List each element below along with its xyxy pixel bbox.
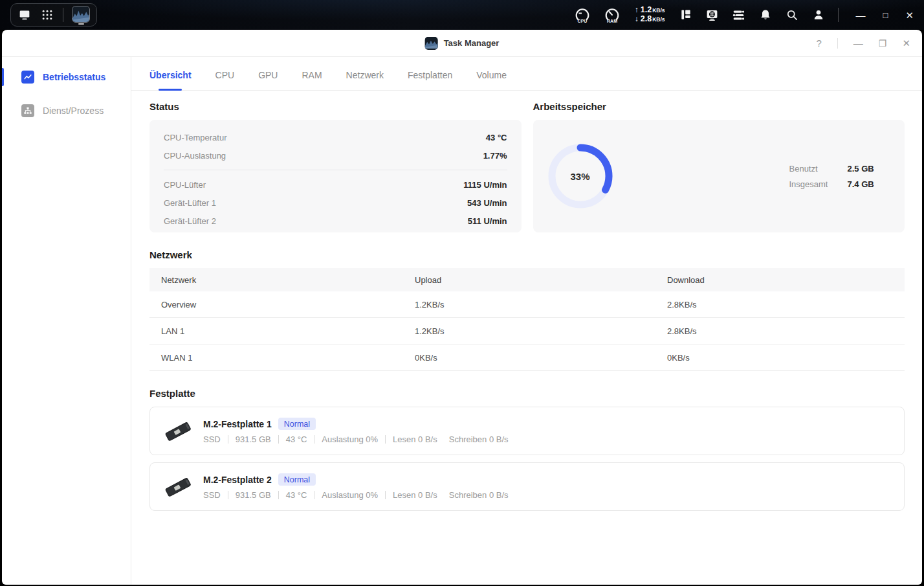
disk-card-1[interactable]: M.2-Festplatte 1 Normal SSD 931.5 GB 43 … [149, 407, 905, 455]
disk-size: 931.5 GB [236, 490, 271, 500]
taskbar-divider [63, 8, 63, 22]
disk-read: Lesen 0 B/s [393, 490, 437, 500]
user-icon[interactable] [811, 8, 826, 22]
tab-cpu[interactable]: CPU [215, 70, 235, 90]
memory-card: 33% Benutzt 2.5 GB Insgesamt 7.4 GB [533, 120, 905, 232]
process-tree-icon [21, 104, 34, 117]
network-name: WLAN 1 [149, 353, 415, 363]
table-row-wlan1[interactable]: WLAN 1 0KB/s 0KB/s [149, 344, 905, 371]
status-row-cpu-usage: CPU-Auslastung 1.77% [164, 146, 507, 164]
window-close-button[interactable]: ✕ [902, 38, 910, 48]
stat-value: 1.77% [483, 151, 507, 161]
upload-speed-unit: KB/s [652, 6, 665, 15]
disk-type: SSD [203, 434, 221, 444]
disk-read: Lesen 0 B/s [393, 434, 437, 444]
stat-value: 543 U/min [467, 198, 507, 208]
help-button[interactable]: ? [817, 38, 822, 48]
ssd-icon [160, 417, 195, 445]
tab-netzwerk[interactable]: Netzwerk [346, 70, 384, 90]
desktop-maximize-button[interactable]: □ [883, 11, 888, 19]
desktop-close-button[interactable]: ✕ [905, 10, 914, 20]
tab-volume[interactable]: Volume [476, 70, 507, 90]
disk-details: SSD 931.5 GB 43 °C Auslastung 0% Lesen 0… [203, 490, 509, 500]
table-row-lan1[interactable]: LAN 1 1.2KB/s 2.8KB/s [149, 318, 905, 344]
disk-name: M.2-Festplatte 2 [203, 475, 272, 485]
disk-temp: 43 °C [286, 490, 307, 500]
remote-desktop-icon[interactable] [705, 8, 720, 22]
svg-text:RAM: RAM [607, 19, 617, 23]
sidebar-item-label: Betriebsstatus [43, 72, 105, 82]
status-row-device-fan-2: Gerät-Lüfter 2 511 U/min [164, 212, 507, 230]
disk-section: Festplatte [149, 388, 905, 511]
table-row-overview[interactable]: Overview 1.2KB/s 2.8KB/s [149, 291, 905, 318]
taskbar-right-group: CPU RAM ↑ 1.2 KB/s ↓ 2.8 KB/s [574, 6, 914, 24]
detail-divider [228, 435, 228, 444]
window-titlebar[interactable]: Task Manager ? — ❐ ✕ [2, 30, 922, 57]
window-title: Task Manager [444, 38, 500, 48]
memory-donut-chart: 33% [544, 140, 617, 212]
notifications-bell-icon[interactable] [758, 8, 773, 22]
memory-total-value: 7.4 GB [848, 179, 874, 189]
task-manager-app-icon[interactable] [72, 6, 90, 23]
download-arrow-icon: ↓ [635, 15, 639, 23]
disk-type: SSD [203, 490, 221, 500]
main-content: Übersicht CPU GPU RAM Netzwerk Festplatt… [131, 57, 922, 585]
detail-divider [385, 435, 386, 444]
stat-label: CPU-Auslastung [164, 151, 226, 161]
cpu-gauge-icon[interactable]: CPU [574, 6, 591, 23]
status-row-cpu-temp: CPU-Temperatur 43 °C [164, 128, 507, 146]
column-header-netzwerk: Netzwerk [149, 275, 415, 285]
status-section: Status CPU-Temperatur 43 °C CPU-Auslastu… [149, 101, 522, 232]
disk-details: SSD 931.5 GB 43 °C Auslastung 0% Lesen 0… [203, 434, 509, 444]
detail-divider [278, 435, 279, 444]
status-card: CPU-Temperatur 43 °C CPU-Auslastung 1.77… [149, 120, 522, 232]
disk-card-2[interactable]: M.2-Festplatte 2 Normal SSD 931.5 GB 43 … [149, 462, 905, 511]
disk-heading: Festplatte [149, 388, 905, 399]
taskbar-controls-divider [838, 8, 839, 22]
memory-used-value: 2.5 GB [848, 164, 874, 174]
memory-used-label: Benutzt [789, 164, 848, 174]
task-manager-window: Task Manager ? — ❐ ✕ Betriebsstatus [2, 30, 922, 585]
sidebar-item-dienst-prozess[interactable]: Dienst/Prozess [2, 96, 131, 126]
stat-label: Gerät-Lüfter 2 [164, 216, 216, 226]
taskbar-app-task-manager[interactable] [72, 6, 90, 25]
stat-value: 511 U/min [468, 216, 507, 226]
detail-divider [385, 491, 386, 499]
disk-load: Auslastung 0% [322, 490, 378, 500]
ram-gauge-icon[interactable]: RAM [604, 6, 621, 23]
network-download: 2.8KB/s [667, 300, 905, 310]
disk-status-badge: Normal [278, 473, 316, 486]
network-name: LAN 1 [149, 326, 415, 336]
network-download: 0KB/s [667, 353, 905, 363]
disk-write: Schreiben 0 B/s [449, 490, 509, 500]
detail-divider [228, 491, 228, 499]
tab-gpu[interactable]: GPU [258, 70, 278, 90]
widget-panel-icon[interactable] [679, 8, 693, 22]
stat-label: CPU-Temperatur [164, 133, 227, 142]
memory-percent-label: 33% [544, 140, 617, 212]
upload-speed-value: 1.2 [641, 6, 652, 14]
disk-size: 931.5 GB [236, 434, 271, 444]
app-grid-icon[interactable] [40, 8, 54, 22]
network-speed-indicator[interactable]: ↑ 1.2 KB/s ↓ 2.8 KB/s [635, 6, 665, 24]
column-header-download: Download [667, 275, 905, 285]
sidebar-item-betriebsstatus[interactable]: Betriebsstatus [2, 62, 131, 92]
tab-festplatten[interactable]: Festplatten [408, 70, 452, 90]
window-minimize-button[interactable]: — [853, 38, 863, 48]
desktop-minimize-button[interactable]: — [856, 10, 866, 20]
disk-name: M.2-Festplatte 1 [203, 419, 272, 429]
search-icon[interactable] [785, 8, 799, 22]
tab-ram[interactable]: RAM [302, 70, 322, 90]
resource-toggles-icon[interactable] [732, 8, 746, 22]
memory-total-label: Insgesamt [789, 179, 848, 189]
disk-status-badge: Normal [278, 418, 316, 430]
window-restore-button[interactable]: ❐ [879, 39, 887, 48]
tab-uebersicht[interactable]: Übersicht [149, 70, 192, 90]
network-upload: 1.2KB/s [415, 300, 667, 310]
network-upload: 1.2KB/s [415, 326, 667, 336]
network-section: Netzwerk Netzwerk Upload Download Overvi… [149, 249, 905, 371]
disk-write: Schreiben 0 B/s [449, 434, 509, 444]
stat-value: 43 °C [486, 133, 507, 142]
disk-temp: 43 °C [286, 434, 307, 444]
desktop-icon[interactable] [17, 8, 32, 22]
